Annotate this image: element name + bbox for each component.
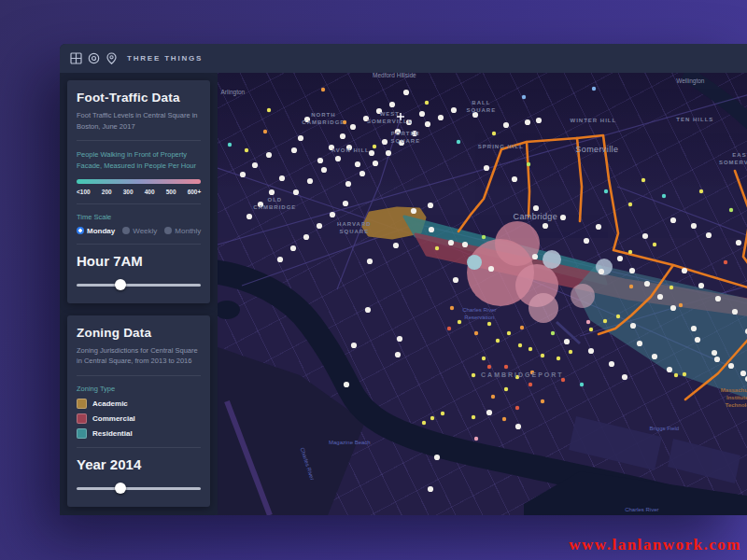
year-label: Year 2014	[77, 456, 201, 472]
traffic-dot	[345, 181, 351, 187]
traffic-dot	[667, 367, 672, 372]
radio-icon	[122, 227, 130, 234]
traffic-bubble	[543, 250, 561, 269]
location-pin-icon[interactable]	[105, 52, 118, 65]
divider	[77, 203, 201, 204]
traffic-dot	[527, 162, 530, 166]
cross-marker	[397, 113, 404, 120]
traffic-dot	[412, 131, 417, 136]
traffic-dot	[502, 417, 506, 421]
zoning-type-commercial: Commercial	[77, 413, 201, 424]
hour-slider-thumb[interactable]	[115, 279, 126, 290]
traffic-dot	[551, 331, 555, 335]
traffic-dot	[395, 352, 401, 357]
zoning-swatch	[77, 399, 87, 409]
traffic-dot	[691, 326, 697, 331]
traffic-dot	[603, 319, 607, 323]
zoning-type-residential: Residential	[77, 428, 201, 439]
traffic-dot	[706, 232, 712, 238]
scale-label: 600+	[188, 189, 202, 195]
traffic-dot	[435, 246, 439, 250]
traffic-dot	[564, 339, 570, 344]
traffic-dot	[376, 108, 382, 114]
traffic-scale-labels: <100200300400500600+	[77, 189, 201, 195]
time-scale-radios: MondayWeeklyMonthly	[77, 227, 201, 235]
traffic-bubble	[467, 255, 482, 270]
traffic-dot	[373, 145, 376, 148]
traffic-dot	[732, 309, 738, 315]
traffic-dot	[346, 145, 352, 150]
route-line	[458, 142, 529, 231]
year-slider-track[interactable]	[77, 487, 201, 490]
traffic-dot	[472, 112, 478, 118]
traffic-dot	[365, 307, 371, 313]
traffic-dot	[386, 150, 391, 156]
traffic-dot	[247, 214, 252, 219]
year-slider[interactable]	[77, 483, 201, 494]
traffic-dot	[340, 133, 345, 139]
traffic-dot	[525, 119, 530, 125]
scale-label: 200	[102, 189, 112, 195]
traffic-dot	[629, 268, 635, 273]
zoning-swatch	[77, 413, 87, 424]
time-option-weekly[interactable]: Weekly	[122, 227, 157, 235]
traffic-dot	[335, 156, 341, 161]
traffic-dot	[609, 361, 614, 367]
traffic-dot	[740, 371, 746, 376]
hour-label: Hour 7AM	[77, 253, 201, 269]
traffic-dot	[592, 87, 596, 91]
hour-slider[interactable]	[77, 279, 201, 290]
traffic-dot	[530, 371, 534, 374]
traffic-dot	[359, 171, 365, 176]
traffic-dot	[422, 421, 426, 425]
traffic-dot	[369, 150, 374, 156]
zoning-title: Zoning Data	[77, 326, 201, 340]
traffic-dot	[321, 88, 325, 91]
time-option-monthly[interactable]: Monthly	[164, 227, 201, 235]
traffic-dot	[304, 117, 310, 122]
traffic-dot	[670, 305, 676, 311]
traffic-dot	[382, 139, 388, 145]
traffic-dot	[373, 161, 378, 166]
time-option-monday[interactable]: Monday	[77, 227, 115, 235]
traffic-dot	[399, 140, 404, 146]
traffic-dot	[543, 223, 548, 229]
traffic-dot	[683, 372, 686, 376]
traffic-dot	[329, 145, 334, 150]
scale-label: 400	[145, 189, 155, 195]
traffic-dot	[522, 95, 526, 99]
traffic-dot	[515, 424, 521, 429]
traffic-dot	[492, 132, 496, 135]
traffic-dot	[258, 202, 263, 207]
traffic-dot	[569, 350, 572, 354]
scale-label: <100	[77, 189, 91, 195]
traffic-dot	[682, 268, 687, 273]
traffic-dot	[629, 285, 633, 288]
app-brand: THREE THINGS	[127, 54, 203, 63]
zone-residential-east	[576, 266, 747, 403]
radio-label: Monthly	[175, 227, 201, 235]
traffic-dot	[515, 406, 519, 410]
radio-label: Weekly	[133, 227, 157, 235]
traffic-dot	[450, 306, 454, 310]
hour-slider-track[interactable]	[77, 284, 201, 287]
traffic-dot	[303, 234, 309, 240]
traffic-dot	[482, 357, 486, 360]
traffic-dot	[428, 203, 433, 208]
traffic-dot	[355, 161, 360, 167]
traffic-dot	[298, 135, 303, 141]
traffic-dot	[669, 286, 673, 289]
traffic-dot	[482, 235, 486, 239]
year-slider-thumb[interactable]	[115, 483, 126, 494]
traffic-dot	[279, 175, 285, 181]
traffic-dot	[652, 354, 657, 359]
grid-icon[interactable]	[69, 52, 82, 65]
traffic-dot	[447, 327, 451, 330]
target-icon[interactable]	[87, 52, 100, 65]
map-canvas[interactable]: Medford HillsideArlingtonWellingtonNORTH…	[218, 73, 747, 515]
traffic-dot	[642, 233, 648, 239]
traffic-dot	[228, 143, 232, 147]
traffic-dot	[266, 152, 272, 158]
traffic-dot	[729, 208, 733, 212]
traffic-dot	[557, 357, 560, 360]
